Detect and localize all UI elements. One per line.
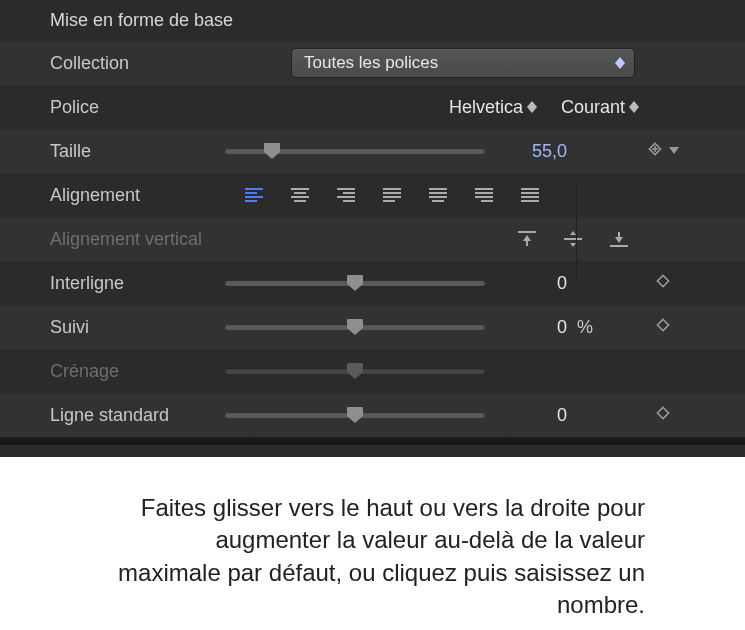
- callout-leader-line: [576, 180, 577, 280]
- callout-text: Faites glisser vers le haut ou vers la d…: [115, 492, 645, 622]
- valign-top-button[interactable]: [507, 226, 547, 252]
- add-keyframe-icon[interactable]: [645, 139, 665, 164]
- stepper-arrows-icon: [527, 101, 537, 113]
- font-style-value: Courant: [561, 97, 625, 118]
- formatting-panel: Mise en forme de base Collection Toutes …: [0, 0, 745, 457]
- row-collection: Collection Toutes les polices: [0, 41, 745, 85]
- leading-label: Interligne: [50, 273, 225, 294]
- disclosure-icon[interactable]: [667, 141, 681, 162]
- svg-marker-9: [669, 147, 679, 154]
- row-size: Taille 55,0: [0, 129, 745, 173]
- align-left-button[interactable]: [231, 182, 277, 208]
- font-family-value: Helvetica: [449, 97, 523, 118]
- keyframe-icon[interactable]: [655, 273, 671, 294]
- svg-rect-47: [657, 275, 668, 286]
- stepper-arrows-icon: [629, 101, 639, 113]
- valign-bottom-button[interactable]: [599, 226, 639, 252]
- keyframe-icon[interactable]: [655, 317, 671, 338]
- valign-middle-button[interactable]: [553, 226, 593, 252]
- collection-popup[interactable]: Toutes les polices: [291, 48, 635, 78]
- slider-thumb-icon[interactable]: [263, 142, 281, 158]
- panel-divider: [0, 437, 745, 445]
- slider-thumb-icon[interactable]: [346, 406, 364, 422]
- svg-marker-5: [629, 107, 639, 113]
- row-valign: Alignement vertical: [0, 217, 745, 261]
- kerning-label: Crénage: [50, 361, 225, 382]
- row-kerning: Crénage: [0, 349, 745, 393]
- panel-title: Mise en forme de base: [0, 6, 745, 41]
- tracking-label: Suivi: [50, 317, 225, 338]
- size-value[interactable]: 55,0: [491, 141, 571, 162]
- popup-arrows-icon: [614, 57, 626, 69]
- baseline-value[interactable]: 0: [491, 405, 571, 426]
- font-family-popup[interactable]: Helvetica: [449, 97, 537, 118]
- align-right-button[interactable]: [323, 182, 369, 208]
- row-leading: Interligne 0: [0, 261, 745, 305]
- size-slider[interactable]: [225, 148, 485, 154]
- font-style-popup[interactable]: Courant: [561, 97, 639, 118]
- collection-value: Toutes les polices: [304, 53, 438, 73]
- row-tracking: Suivi 0 %: [0, 305, 745, 349]
- valign-label: Alignement vertical: [50, 229, 225, 250]
- row-baseline: Ligne standard 0: [0, 393, 745, 437]
- align-justify-left-button[interactable]: [369, 182, 415, 208]
- svg-marker-3: [527, 107, 537, 113]
- keyframe-icon[interactable]: [655, 405, 671, 426]
- slider-thumb-icon[interactable]: [346, 274, 364, 290]
- leading-value[interactable]: 0: [491, 273, 571, 294]
- font-label: Police: [50, 97, 225, 118]
- svg-marker-45: [615, 237, 623, 243]
- align-justify-right-button[interactable]: [461, 182, 507, 208]
- row-font: Police Helvetica Courant: [0, 85, 745, 129]
- slider-thumb-icon[interactable]: [346, 318, 364, 334]
- row-alignment: Alignement: [0, 173, 745, 217]
- size-label: Taille: [50, 141, 225, 162]
- svg-rect-49: [657, 407, 668, 418]
- baseline-slider[interactable]: [225, 412, 485, 418]
- tracking-unit: %: [577, 317, 617, 338]
- align-center-button[interactable]: [277, 182, 323, 208]
- slider-thumb-icon: [346, 362, 364, 378]
- kerning-slider: [225, 368, 485, 374]
- alignment-group: [231, 182, 553, 208]
- alignment-label: Alignement: [50, 185, 225, 206]
- baseline-label: Ligne standard: [50, 405, 225, 426]
- callout-area: Faites glisser vers le haut ou vers la d…: [0, 457, 745, 630]
- svg-marker-1: [615, 63, 625, 69]
- align-justify-center-button[interactable]: [415, 182, 461, 208]
- leading-slider[interactable]: [225, 280, 485, 286]
- align-justify-full-button[interactable]: [507, 182, 553, 208]
- tracking-value[interactable]: 0: [491, 317, 571, 338]
- tracking-slider[interactable]: [225, 324, 485, 330]
- collection-label: Collection: [50, 53, 225, 74]
- svg-rect-48: [657, 319, 668, 330]
